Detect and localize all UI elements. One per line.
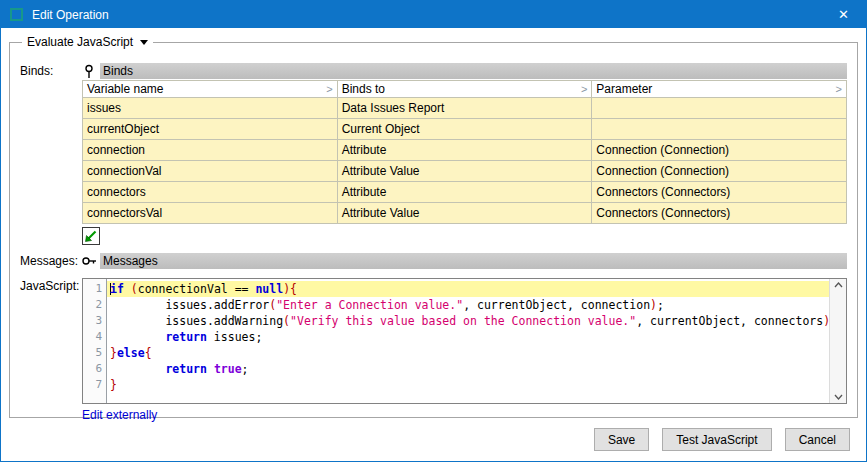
table-row[interactable]: issuesData Issues Report	[83, 98, 847, 119]
line-number-gutter: 1234567	[83, 279, 107, 403]
column-header-label: Variable name	[87, 82, 164, 96]
line-number: 7	[83, 377, 102, 393]
table-cell[interactable]: connection	[83, 140, 338, 161]
messages-header-text: Messages	[100, 253, 847, 269]
chevron-down-icon	[140, 40, 148, 45]
table-cell[interactable]	[592, 119, 847, 140]
edit-externally-link[interactable]: Edit externally	[82, 408, 157, 422]
table-row[interactable]: connectionValAttribute ValueConnection (…	[83, 161, 847, 182]
column-header[interactable]: Parameter>	[592, 81, 847, 98]
test-javascript-button[interactable]: Test JavaScript	[662, 428, 771, 451]
table-cell[interactable]: Attribute Value	[337, 161, 592, 182]
binds-table-body: issuesData Issues ReportcurrentObjectCur…	[83, 98, 847, 224]
table-cell[interactable]: Connection (Connection)	[592, 161, 847, 182]
sort-indicator-icon: >	[326, 83, 332, 95]
scroll-up-icon[interactable]	[834, 282, 843, 288]
editor-vertical-scrollbar[interactable]	[829, 279, 846, 403]
code-line: }	[107, 377, 829, 393]
table-cell[interactable]: Attribute Value	[337, 203, 592, 224]
code-line: issues.addWarning("Verify this value bas…	[107, 313, 829, 329]
operation-type-label: Evaluate JavaScript	[27, 35, 133, 49]
line-number: 2	[83, 297, 102, 313]
table-row[interactable]: currentObjectCurrent Object	[83, 119, 847, 140]
table-cell[interactable]: connectorsVal	[83, 203, 338, 224]
column-header[interactable]: Variable name>	[83, 81, 338, 98]
line-number: 3	[83, 313, 102, 329]
add-bind-button[interactable]	[82, 227, 100, 245]
pin-icon	[82, 64, 100, 79]
window-title: Edit Operation	[32, 8, 109, 22]
table-cell[interactable]: connectors	[83, 182, 338, 203]
table-cell[interactable]: issues	[83, 98, 338, 119]
code-line: return true;	[107, 361, 829, 377]
table-row[interactable]: connectionAttributeConnection (Connectio…	[83, 140, 847, 161]
column-header[interactable]: Binds to>	[337, 81, 592, 98]
table-cell[interactable]: Connectors (Connectors)	[592, 182, 847, 203]
javascript-label: JavaScript:	[20, 278, 82, 293]
table-cell[interactable]: Attribute	[337, 140, 592, 161]
table-row[interactable]: connectorsValAttribute ValueConnectors (…	[83, 203, 847, 224]
table-cell[interactable]: currentObject	[83, 119, 338, 140]
scroll-down-icon[interactable]	[834, 394, 843, 400]
binds-label: Binds:	[20, 63, 82, 78]
key-icon	[82, 255, 100, 267]
binds-section: Binds: Binds Variable name>Binds to>Para…	[20, 63, 847, 245]
sort-indicator-icon: >	[581, 83, 587, 95]
evaluate-javascript-group: Evaluate JavaScript Binds: Binds Variabl…	[9, 42, 858, 418]
line-number: 4	[83, 329, 102, 345]
table-cell[interactable]: Connectors (Connectors)	[592, 203, 847, 224]
binds-table-header-row: Variable name>Binds to>Parameter>	[83, 81, 847, 98]
table-cell[interactable]: Connection (Connection)	[592, 140, 847, 161]
column-header-label: Parameter	[596, 82, 652, 96]
javascript-code-editor[interactable]: 1234567 if (connectionVal == null){ issu…	[82, 278, 847, 404]
messages-section-header[interactable]: Messages	[82, 253, 847, 269]
sort-indicator-icon: >	[836, 83, 842, 95]
binds-section-header[interactable]: Binds	[82, 63, 847, 79]
code-line: if (connectionVal == null){	[107, 281, 829, 297]
table-cell[interactable]: Attribute	[337, 182, 592, 203]
code-line: return issues;	[107, 329, 829, 345]
cancel-button[interactable]: Cancel	[785, 428, 850, 451]
app-icon	[10, 8, 23, 21]
line-number: 1	[83, 281, 102, 297]
javascript-section: JavaScript: 1234567 if (connectionVal ==…	[20, 278, 847, 404]
close-icon[interactable]: ✕	[821, 1, 866, 28]
dialog-body: Evaluate JavaScript Binds: Binds Variabl…	[1, 28, 866, 461]
table-cell[interactable]	[592, 98, 847, 119]
messages-section: Messages: Messages	[20, 253, 847, 269]
code-pane[interactable]: if (connectionVal == null){ issues.addEr…	[107, 279, 829, 403]
code-line: issues.addError("Enter a Connection valu…	[107, 297, 829, 313]
edit-operation-dialog: Edit Operation ✕ Evaluate JavaScript Bin…	[0, 0, 867, 462]
code-line: }else{	[107, 345, 829, 361]
binds-header-text: Binds	[100, 63, 847, 79]
line-number: 6	[83, 361, 102, 377]
messages-label: Messages:	[20, 253, 82, 268]
save-button[interactable]: Save	[594, 428, 649, 451]
button-bar: Save Test JavaScript Cancel	[9, 418, 858, 451]
binds-table: Variable name>Binds to>Parameter> issues…	[82, 80, 847, 224]
column-header-label: Binds to	[342, 82, 385, 96]
table-cell[interactable]: Data Issues Report	[337, 98, 592, 119]
titlebar: Edit Operation ✕	[1, 1, 866, 28]
table-row[interactable]: connectorsAttributeConnectors (Connector…	[83, 182, 847, 203]
table-cell[interactable]: Current Object	[337, 119, 592, 140]
table-cell[interactable]: connectionVal	[83, 161, 338, 182]
green-arrow-icon	[84, 229, 98, 243]
operation-type-dropdown[interactable]: Evaluate JavaScript	[22, 35, 153, 49]
line-number: 5	[83, 345, 102, 361]
